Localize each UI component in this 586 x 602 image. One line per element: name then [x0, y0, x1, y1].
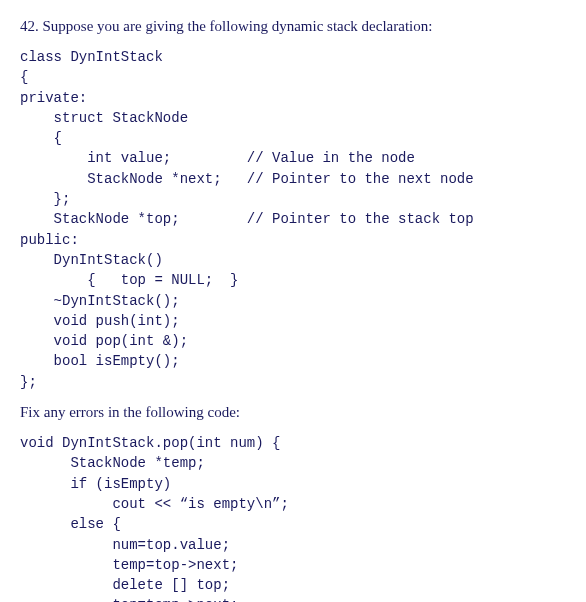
code-block-declaration: class DynIntStack { private: struct Stac… — [20, 47, 566, 392]
instruction-text: Fix any errors in the following code: — [20, 404, 566, 421]
code-block-fix: void DynIntStack.pop(int num) { StackNod… — [20, 433, 566, 602]
question-prompt: 42. Suppose you are giving the following… — [20, 18, 566, 35]
question-text-body: Suppose you are giving the following dyn… — [43, 18, 433, 34]
question-number: 42. — [20, 18, 39, 34]
